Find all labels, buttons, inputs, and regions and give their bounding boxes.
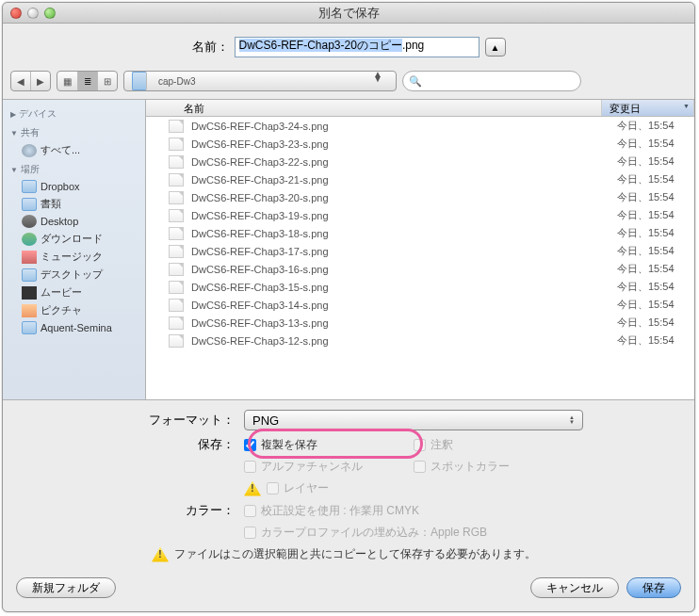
save-button[interactable]: 保存 xyxy=(626,577,681,598)
file-icon xyxy=(169,209,184,222)
file-row[interactable]: DwCS6-REF-Chap3-15-s.png今日、15:54 xyxy=(146,278,694,296)
sidebar-item[interactable]: Aquent-Semina xyxy=(3,319,145,336)
music-icon xyxy=(22,251,37,264)
file-row[interactable]: DwCS6-REF-Chap3-22-s.png今日、15:54 xyxy=(146,153,694,170)
folder-icon xyxy=(22,198,37,211)
color-label: カラー： xyxy=(18,502,244,519)
sidebar-item[interactable]: ダウンロード xyxy=(3,230,145,248)
folder-icon xyxy=(22,321,37,334)
pic-icon xyxy=(22,304,37,317)
file-row[interactable]: DwCS6-REF-Chap3-13-s.png今日、15:54 xyxy=(146,314,694,332)
embed-profile-checkbox: カラープロファイルの埋め込み：Apple RGB xyxy=(244,525,487,541)
folder-icon xyxy=(22,268,37,282)
path-selector[interactable]: cap-Dw3 ▲▼ xyxy=(123,71,397,91)
file-row[interactable]: DwCS6-REF-Chap3-20-s.png今日、15:54 xyxy=(146,188,694,206)
alpha-checkbox: アルファチャンネル xyxy=(244,459,414,475)
warning-icon: ! xyxy=(152,547,169,562)
file-icon xyxy=(169,173,184,186)
sidebar-item[interactable]: 書類 xyxy=(3,195,145,213)
file-row[interactable]: DwCS6-REF-Chap3-12-s.png今日、15:54 xyxy=(146,332,694,349)
filename-input[interactable]: DwCS6-REF-Chap3-20のコピー.png xyxy=(235,37,480,57)
sidebar-group[interactable]: 場所 xyxy=(3,159,145,178)
file-icon xyxy=(169,263,184,276)
warning-text: ファイルはこの選択範囲と共にコピーとして保存する必要があります。 xyxy=(174,546,536,562)
file-row[interactable]: DwCS6-REF-Chap3-19-s.png今日、15:54 xyxy=(146,206,694,224)
file-icon xyxy=(169,191,184,204)
file-row[interactable]: DwCS6-REF-Chap3-18-s.png今日、15:54 xyxy=(146,224,694,242)
save-copy-checkbox[interactable]: 複製を保存 xyxy=(244,437,414,453)
filename-label: 名前： xyxy=(192,39,229,56)
search-input[interactable] xyxy=(426,75,575,87)
column-name[interactable]: 名前 xyxy=(146,100,602,116)
sidebar-item[interactable]: Desktop xyxy=(3,213,145,230)
updown-icon: ▲▼ xyxy=(367,72,388,90)
file-icon xyxy=(169,281,184,294)
format-select[interactable]: PNG ▲▼ xyxy=(244,410,583,430)
file-row[interactable]: DwCS6-REF-Chap3-14-s.png今日、15:54 xyxy=(146,296,694,314)
movie-icon xyxy=(22,286,37,300)
spotcolor-checkbox: スポットカラー xyxy=(414,459,583,475)
globe-icon xyxy=(22,144,37,157)
nav-back-forward[interactable]: ◀▶ xyxy=(10,71,51,91)
sidebar-item[interactable]: すべて... xyxy=(3,141,145,159)
file-row[interactable]: DwCS6-REF-Chap3-23-s.png今日、15:54 xyxy=(146,135,694,153)
sidebar-item[interactable]: ピクチャ xyxy=(3,301,145,319)
layers-checkbox: レイヤー xyxy=(267,480,329,496)
folder-icon xyxy=(132,72,147,90)
column-header: 名前 変更日 xyxy=(146,100,694,117)
options-panel: フォーマット： PNG ▲▼ 保存： 複製を保存 注釈 アルファチャンネル スポ… xyxy=(3,400,694,570)
file-row[interactable]: DwCS6-REF-Chap3-17-s.png今日、15:54 xyxy=(146,242,694,260)
window-title: 別名で保存 xyxy=(3,5,694,22)
sidebar-group[interactable]: 共有 xyxy=(3,122,145,141)
file-icon xyxy=(169,120,184,133)
save-label: 保存： xyxy=(18,436,244,453)
sidebar-item[interactable]: ミュージック xyxy=(3,248,145,266)
sidebar-item[interactable]: ムービー xyxy=(3,284,145,301)
sidebar-item[interactable]: デスクトップ xyxy=(3,266,145,284)
collapse-toggle-button[interactable]: ▲ xyxy=(485,38,506,57)
new-folder-button[interactable]: 新規フォルダ xyxy=(16,577,116,598)
updown-icon: ▲▼ xyxy=(569,415,575,425)
column-date[interactable]: 変更日 xyxy=(602,100,694,116)
file-icon xyxy=(169,227,184,240)
file-list[interactable]: DwCS6-REF-Chap3-24-s.png今日、15:54DwCS6-RE… xyxy=(146,117,694,399)
folder-icon xyxy=(22,180,37,193)
proof-color-checkbox: 校正設定を使用 : 作業用 CMYK xyxy=(244,503,419,519)
titlebar: 別名で保存 xyxy=(3,3,694,24)
file-icon xyxy=(169,245,184,258)
file-row[interactable]: DwCS6-REF-Chap3-21-s.png今日、15:54 xyxy=(146,170,694,188)
file-icon xyxy=(169,334,184,348)
file-icon xyxy=(169,138,184,151)
search-field[interactable]: 🔍 xyxy=(402,71,581,91)
file-row[interactable]: DwCS6-REF-Chap3-16-s.png今日、15:54 xyxy=(146,260,694,278)
search-icon: 🔍 xyxy=(409,75,422,88)
warning-icon: ! xyxy=(244,481,261,496)
sidebar-group[interactable]: デバイス xyxy=(3,104,145,122)
file-row[interactable]: DwCS6-REF-Chap3-24-s.png今日、15:54 xyxy=(146,117,694,135)
file-icon xyxy=(169,299,184,312)
file-icon xyxy=(169,316,184,330)
sidebar-item[interactable]: Dropbox xyxy=(3,178,145,195)
annotations-checkbox: 注釈 xyxy=(414,437,583,453)
down-icon xyxy=(22,233,37,246)
sidebar: デバイス共有すべて...場所Dropbox書類Desktopダウンロードミュージ… xyxy=(3,100,146,399)
cancel-button[interactable]: キャンセル xyxy=(530,577,619,598)
file-icon xyxy=(169,155,184,169)
desktop-icon xyxy=(22,215,37,228)
format-label: フォーマット： xyxy=(18,412,244,429)
save-dialog: 別名で保存 名前： DwCS6-REF-Chap3-20のコピー.png ▲ ◀… xyxy=(2,2,695,612)
view-mode-switch[interactable]: ▦≣⊞ xyxy=(57,71,118,91)
